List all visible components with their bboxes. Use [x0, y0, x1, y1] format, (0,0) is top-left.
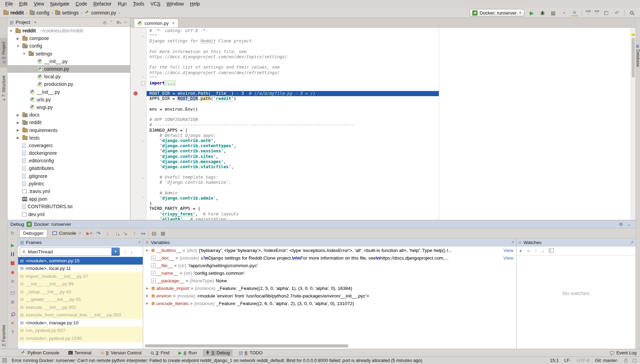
code-line-28[interactable] — [147, 170, 631, 175]
lock-icon[interactable] — [624, 360, 627, 362]
toolwindow-button-version-control[interactable]: ⊚9: Version Control — [98, 350, 144, 356]
step-into-button[interactable]: ↓ — [104, 231, 111, 236]
code-line-1[interactable]: # -*- coding: utf-8 -*- — [147, 28, 631, 33]
fold-marker[interactable]: + — [141, 81, 145, 85]
tree-item--editorconfig[interactable]: .editorconfig — [8, 157, 130, 164]
code-line-37[interactable]: 'allauth', # registration — [147, 217, 631, 220]
code-line-25[interactable]: 'django.contrib.sites', — [147, 154, 631, 159]
menu-navigate[interactable]: Navigate — [47, 1, 72, 7]
code-line-22[interactable]: 'django.contrib.auth', — [147, 138, 631, 143]
chevron-right-icon[interactable]: ▶ — [15, 136, 21, 140]
move-up-button[interactable]: ↑ — [534, 248, 537, 254]
highlighting-level-icon[interactable] — [633, 359, 637, 362]
stop-button[interactable] — [10, 260, 16, 266]
breakpoint-icon[interactable] — [134, 91, 138, 95]
chevron-down-icon[interactable]: ▼ — [111, 247, 120, 256]
tree-item-tests[interactable]: ▶tests — [8, 134, 130, 142]
menu-code[interactable]: Code — [72, 1, 90, 7]
code-line-32[interactable]: # Admin — [147, 191, 631, 196]
view-link[interactable]: View — [501, 254, 516, 262]
frame-row[interactable]: ▤__init__, __init__.py:99 — [18, 280, 143, 288]
menu-window[interactable]: Window — [164, 1, 187, 7]
project-panel-title[interactable]: Project — [16, 20, 30, 25]
code-line-36[interactable]: 'crispy_forms', # Form layouts — [147, 212, 631, 217]
add-watch-button[interactable]: + — [519, 248, 522, 254]
error-stripe-mark[interactable] — [632, 34, 635, 36]
step-over-button[interactable]: ↷ — [95, 231, 102, 236]
tree-item--init-py[interactable]: __init__.py — [8, 88, 130, 96]
tree-item-reddit[interactable]: ▼reddit~/cookiecutter/reddit — [8, 27, 130, 34]
code-line-30[interactable]: # 'django.contrib.humanize', — [147, 180, 631, 185]
menu-edit[interactable]: Edit — [16, 1, 31, 7]
step-out-button[interactable]: ↑ — [130, 231, 138, 236]
variable-row[interactable]: __file__={str}'/app/config/settings/comm… — [143, 262, 516, 269]
breadcrumb-reddit[interactable]: reddit — [3, 10, 24, 16]
vcs-commit-button[interactable]: VCS↑ — [594, 11, 599, 15]
tree-item-reddit[interactable]: ▶reddit — [8, 119, 130, 126]
tree-item-contributors-txt[interactable]: CONTRIBUTORS.txt — [8, 203, 130, 210]
chevron-right-icon[interactable]: ▶ — [15, 37, 21, 40]
expand-arrow-icon[interactable]: ▶ — [145, 249, 150, 252]
code-line-15[interactable] — [147, 102, 631, 107]
tree-item-urls-py[interactable]: urls.py — [8, 96, 130, 103]
code-line-21[interactable]: # Default Django apps: — [147, 133, 631, 138]
rerun-button[interactable]: ↻ — [10, 230, 16, 236]
code-line-11[interactable]: import ... — [147, 81, 631, 86]
frame-row[interactable]: ▤<module>, manage.py:10 — [18, 319, 143, 327]
editor-gutter[interactable]: ⌄⌃+⌄⌄⌃ — [130, 28, 147, 220]
encoding-indicator[interactable]: UTF-8 — [577, 358, 590, 363]
expand-arrow-icon[interactable]: ▶ — [145, 286, 150, 290]
profiler-button[interactable]: ◔ — [560, 9, 567, 16]
code-line-24[interactable]: 'django.contrib.sessions', — [147, 149, 631, 154]
fold-marker[interactable]: ⌃ — [141, 196, 145, 200]
code-area[interactable]: # -*- coding: utf-8 -*-"""Django setting… — [147, 28, 631, 220]
tree-item-wsgi-py[interactable]: wsgi.py — [8, 103, 130, 111]
run-button[interactable]: ▶ — [528, 9, 535, 16]
frame-row[interactable]: ▤execute_from_command_line, __init__.py:… — [18, 311, 143, 319]
menu-file[interactable]: File — [2, 1, 16, 7]
tree-item-production-py[interactable]: production.py — [8, 80, 130, 88]
menu-help[interactable]: Help — [187, 1, 203, 7]
toolwindow-button-terminal[interactable]: >_Terminal — [66, 350, 94, 356]
stripe-button-database[interactable]: ▦Database — [636, 38, 640, 74]
locate-icon[interactable]: ◎ — [103, 20, 106, 25]
copy-icon[interactable] — [549, 248, 552, 254]
variable-row[interactable]: __doc__={unicode}u'\nDjango settings for… — [143, 254, 516, 262]
thread-selector[interactable]: ≣ MainThread ▼ — [20, 247, 120, 256]
code-line-23[interactable]: 'django.contrib.contenttypes', — [147, 143, 631, 149]
menu-run[interactable]: Run — [115, 1, 130, 7]
tree-item-local-py[interactable]: local.py — [8, 73, 130, 80]
tree-item-app-json[interactable]: JSONapp.json — [8, 195, 130, 203]
variable-row[interactable]: ▶≣unicode_literals={instance}_Feature: _… — [143, 300, 516, 307]
tree-item--gitattributes[interactable]: .gitattributes — [8, 164, 130, 172]
expand-arrow-icon[interactable]: ▶ — [145, 294, 150, 297]
chevron-right-icon[interactable]: ▶ — [15, 113, 21, 117]
tree-item-docs[interactable]: ▶docs — [8, 111, 130, 119]
hide-icon[interactable]: ⌄ — [627, 222, 631, 227]
breadcrumb-common.py[interactable]: common.py — [85, 10, 116, 16]
frame-up-button[interactable]: ↑ — [124, 249, 126, 254]
settings-button[interactable]: ⚙ — [10, 299, 16, 305]
pin-arrow-icon[interactable]: ↗ — [630, 240, 633, 245]
view-breakpoints-button[interactable]: ◉ — [10, 269, 16, 275]
code-line-14[interactable]: APPS_DIR = ROOT_DIR.path('reddit') — [147, 96, 631, 101]
code-line-19[interactable]: # --------------------------------------… — [147, 122, 631, 128]
code-line-9[interactable]: https://docs.djangoproject.com/en/dev/re… — [147, 70, 631, 75]
code-line-13[interactable]: ROOT_DIR = environ.Path(__file__) - 3 # … — [147, 91, 631, 96]
tree-item-settings[interactable]: ▼settings — [8, 50, 130, 58]
vcs-update-button[interactable]: VCS↓ — [586, 11, 590, 15]
step-into-my-code-button[interactable]: ↓ — [112, 231, 120, 236]
toolwindow-button-find[interactable]: 3: Find — [148, 350, 172, 356]
close-icon[interactable]: ✕ — [172, 21, 175, 26]
fold-marker[interactable]: ⌃ — [141, 76, 145, 80]
frame-row[interactable]: ▤<module>, local.py:11 — [18, 265, 143, 273]
tree-item-common-py[interactable]: common.py — [8, 65, 130, 73]
frame-row[interactable]: ▤import_module, __init__.py:37 — [18, 272, 143, 280]
settings-icon[interactable]: ⚙▾ — [116, 20, 121, 25]
hide-panel-icon[interactable]: ⊢ — [125, 20, 128, 25]
frame-row[interactable]: ▤<module>, pydevd.py:1530 — [18, 334, 143, 342]
variable-row[interactable]: ▶≣environ={module}<module 'environ' from… — [143, 292, 516, 300]
tree-item--pylintrc[interactable]: .pylintrc — [8, 180, 130, 188]
code-line-16[interactable]: env = environ.Env() — [147, 107, 631, 112]
pin-arrow-icon[interactable]: ↗ — [138, 240, 141, 245]
